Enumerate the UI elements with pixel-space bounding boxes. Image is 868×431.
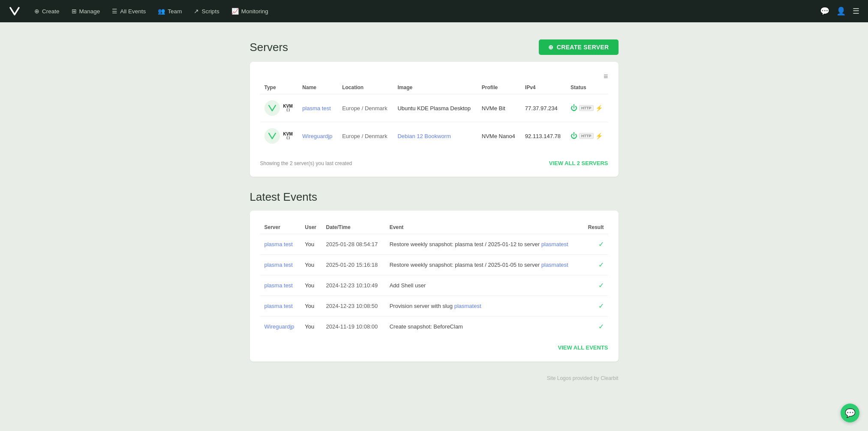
http-badge: HTTP [579, 105, 594, 111]
result-check-icon: ✓ [598, 282, 604, 289]
events-table-header: Server User Date/Time Event Result [260, 221, 608, 234]
nav-scripts[interactable]: ↗ Scripts [189, 5, 224, 17]
event-datetime: 2024-11-19 10:08:00 [322, 316, 385, 337]
col-ipv4: IPv4 [521, 81, 566, 94]
servers-section-header: Servers ⊕ CREATE SERVER [250, 39, 619, 55]
events-col-datetime: Date/Time [322, 221, 385, 234]
server-name-cell[interactable]: plasma test [298, 94, 338, 122]
chat-button[interactable]: 💬 [841, 404, 859, 422]
col-name: Name [298, 81, 338, 94]
server-image-cell[interactable]: Debian 12 Bookworm [393, 122, 477, 150]
event-description: Add Shell user [385, 275, 583, 296]
view-all-events-link[interactable]: VIEW ALL EVENTS [558, 344, 608, 351]
server-ipv4-cell: 92.113.147.78 [521, 122, 566, 150]
filter-icon[interactable]: ≡ [604, 72, 608, 81]
nav-right-icons: 💬 👤 ☰ [820, 6, 859, 16]
view-all-servers-link[interactable]: VIEW ALL 2 SERVERS [549, 160, 608, 166]
servers-table-footer: Showing the 2 server(s) you last created… [260, 157, 608, 166]
server-logo [264, 100, 280, 116]
power-icon[interactable]: ⏻ [571, 132, 577, 140]
status-x-icon: ⚡ [595, 133, 603, 139]
events-section-header: Latest Events [250, 190, 619, 204]
col-location: Location [338, 81, 393, 94]
event-datetime: 2025-01-20 15:16:18 [322, 255, 385, 275]
events-card: Server User Date/Time Event Result plasm… [250, 211, 619, 362]
all-events-icon: ☰ [112, 8, 117, 15]
servers-showing-text: Showing the 2 server(s) you last created [260, 160, 352, 166]
server-row: KVM ⟨ ⟩ plasma test Europe / Denmark Ubu… [260, 94, 608, 122]
server-profile-cell: NVMe Nano4 [478, 122, 521, 150]
event-user: You [300, 234, 321, 255]
event-datetime: 2024-12-23 10:10:49 [322, 275, 385, 296]
nav-team[interactable]: 👥 Team [153, 5, 187, 17]
server-name-cell[interactable]: Wireguardjp [298, 122, 338, 150]
event-server[interactable]: plasma test [260, 275, 301, 296]
create-server-button[interactable]: ⊕ CREATE SERVER [539, 39, 619, 55]
event-row: Wireguardjp You 2024-11-19 10:08:00 Crea… [260, 316, 608, 337]
nav-all-events[interactable]: ☰ All Events [107, 5, 151, 17]
event-result: ✓ [583, 316, 608, 337]
event-result: ✓ [583, 255, 608, 275]
event-user: You [300, 296, 321, 316]
servers-card: ≡ Type Name Location Image Profile IPv4 … [250, 62, 619, 177]
events-footer: VIEW ALL EVENTS [260, 344, 608, 351]
event-server[interactable]: plasma test [260, 234, 301, 255]
event-description: Restore weekly snapshot: plasma test / 2… [385, 255, 583, 275]
event-server[interactable]: Wireguardjp [260, 316, 301, 337]
nav-create[interactable]: ⊕ Create [29, 5, 65, 17]
col-profile: Profile [478, 81, 521, 94]
servers-title: Servers [250, 41, 288, 54]
event-result: ✓ [583, 234, 608, 255]
status-x-icon: ⚡ [595, 105, 603, 112]
main-content: Servers ⊕ CREATE SERVER ≡ Type Name Loca… [241, 22, 627, 407]
servers-table: Type Name Location Image Profile IPv4 St… [260, 81, 608, 150]
event-user: You [300, 275, 321, 296]
nav-manage[interactable]: ⊞ Manage [66, 5, 105, 17]
scripts-icon: ↗ [194, 8, 199, 15]
result-check-icon: ✓ [598, 241, 604, 248]
event-server[interactable]: plasma test [260, 296, 301, 316]
server-status-cell: ⏻ HTTP ⚡ [566, 94, 608, 122]
events-col-user: User [300, 221, 321, 234]
server-type-cell: KVM ⟨ ⟩ [260, 122, 298, 150]
event-description: Restore weekly snapshot: plasma test / 2… [385, 234, 583, 255]
col-image: Image [393, 81, 477, 94]
event-server[interactable]: plasma test [260, 255, 301, 275]
events-col-event: Event [385, 221, 583, 234]
event-description: Provision server with slug plasmatest [385, 296, 583, 316]
nav-monitoring[interactable]: 📈 Monitoring [226, 5, 273, 17]
create-icon: ⊕ [34, 8, 39, 15]
events-title: Latest Events [250, 190, 318, 204]
server-location-cell: Europe / Denmark [338, 122, 393, 150]
kvm-badge: KVM ⟨ ⟩ [283, 104, 293, 112]
server-profile-cell: NVMe Bit [478, 94, 521, 122]
page-footer: Site Logos provided by Clearbit [250, 375, 619, 381]
event-user: You [300, 316, 321, 337]
event-description: Create snapshot: BeforeClam [385, 316, 583, 337]
brand-logo[interactable] [9, 5, 21, 17]
server-row: KVM ⟨ ⟩ Wireguardjp Europe / Denmark Deb… [260, 122, 608, 150]
menu-nav-icon[interactable]: ☰ [853, 6, 859, 16]
col-type: Type [260, 81, 298, 94]
event-result: ✓ [583, 296, 608, 316]
power-icon[interactable]: ⏻ [571, 104, 577, 112]
server-image-cell: Ubuntu KDE Plasma Desktop [393, 94, 477, 122]
server-status-cell: ⏻ HTTP ⚡ [566, 122, 608, 150]
servers-table-header: Type Name Location Image Profile IPv4 St… [260, 81, 608, 94]
col-status: Status [566, 81, 608, 94]
user-nav-icon[interactable]: 👤 [836, 6, 846, 16]
chat-icon: 💬 [845, 408, 856, 418]
navbar: ⊕ Create ⊞ Manage ☰ All Events 👥 Team ↗ … [0, 0, 868, 22]
event-result: ✓ [583, 275, 608, 296]
plus-icon: ⊕ [548, 44, 553, 51]
events-col-result: Result [583, 221, 608, 234]
server-location-cell: Europe / Denmark [338, 94, 393, 122]
result-check-icon: ✓ [598, 261, 604, 268]
chat-nav-icon[interactable]: 💬 [820, 6, 829, 16]
event-datetime: 2025-01-28 08:54:17 [322, 234, 385, 255]
event-row: plasma test You 2024-12-23 10:08:50 Prov… [260, 296, 608, 316]
monitoring-icon: 📈 [231, 8, 239, 15]
manage-icon: ⊞ [72, 8, 77, 15]
event-row: plasma test You 2025-01-28 08:54:17 Rest… [260, 234, 608, 255]
result-check-icon: ✓ [598, 302, 604, 310]
